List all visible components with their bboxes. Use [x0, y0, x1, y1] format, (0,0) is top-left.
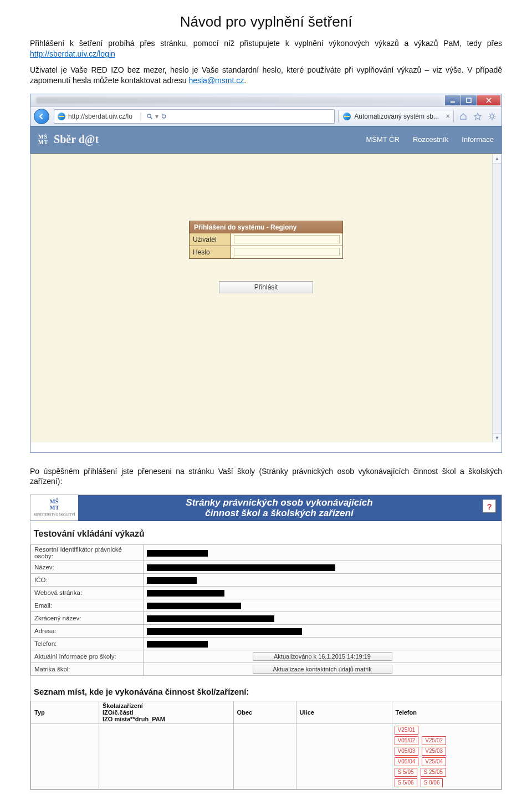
label-email: Email:: [31, 599, 144, 612]
svg-rect-1: [467, 98, 471, 103]
table-row: Název:: [31, 561, 502, 574]
toolbar-icons: [459, 113, 496, 120]
value-email: [144, 599, 502, 612]
label-matrika: Matrika škol:: [31, 663, 144, 676]
value-nazev: [144, 561, 502, 574]
tag-link[interactable]: V05/02: [395, 736, 419, 745]
header-line-1: Stránky právnických osob vykonávajících: [186, 497, 372, 508]
browser-window: http://sberdat.uiv.cz/lo │ ▾ Automatizov…: [30, 94, 502, 453]
search-separator: ▾: [155, 113, 158, 120]
table-row: Telefon:: [31, 638, 502, 650]
app-nav: MŠMT ČR Rozcestník Informace: [366, 135, 494, 144]
tag-link[interactable]: S 8/06: [421, 778, 443, 787]
table-row: Aktuální informace pro školy:Aktualizová…: [31, 650, 502, 663]
value-adresa: [144, 625, 502, 638]
label-adresa: Adresa:: [31, 625, 144, 638]
th-telefon: Telefon: [392, 701, 501, 724]
update-button-1[interactable]: Aktualizováno k 16.1.2015 14:19:19: [253, 652, 392, 661]
section-title: Testování vkládání výkazů: [34, 529, 502, 539]
tag-link[interactable]: S 25/05: [421, 768, 446, 777]
separator: │: [139, 113, 144, 120]
value-ico: [144, 574, 502, 587]
refresh-icon[interactable]: [161, 113, 167, 120]
logo-subtitle: MINISTERSTVO ŠKOLSTVÍ: [34, 512, 75, 517]
pass-label: Heslo: [190, 246, 231, 258]
scroll-up-icon[interactable]: ▲: [493, 154, 502, 164]
svg-rect-0: [451, 101, 455, 103]
th-izo: Škola/zařízení IZO/č.části IZO místa**dr…: [99, 701, 234, 724]
cell-ulice: [296, 724, 392, 789]
help-button[interactable]: ?: [483, 500, 496, 513]
value-zkraceny: [144, 612, 502, 625]
tab-bar: Automatizovaný systém sb... ✕: [338, 110, 454, 123]
window-titlebar: [30, 94, 502, 106]
minimize-button[interactable]: [445, 95, 461, 105]
window-controls: [444, 95, 500, 105]
tag-link[interactable]: V25/02: [422, 736, 446, 745]
intro-text-1: Přihlášení k šetření probíhá přes stránk…: [30, 39, 502, 48]
intro-paragraph-2: Uživatel je Vaše RED IZO bez mezer, hesl…: [30, 65, 502, 86]
value-web: [144, 587, 502, 599]
browser-tab[interactable]: Automatizovaný systém sb... ✕: [338, 110, 454, 123]
scrollbar[interactable]: ▲ ▼: [492, 154, 502, 442]
label-nazev: Název:: [31, 561, 144, 574]
tab-close-icon[interactable]: ✕: [446, 113, 450, 119]
login-button[interactable]: Přihlásit: [219, 281, 313, 293]
login-title: Přihlášení do systému - Regiony: [189, 221, 343, 233]
favorites-icon[interactable]: [474, 113, 482, 120]
table-row: Zkrácený název:: [31, 612, 502, 625]
maximize-button[interactable]: [461, 95, 477, 105]
svg-line-5: [151, 117, 152, 119]
app-body: ▲ ▼ Přihlášení do systému - Regiony Uživ…: [30, 154, 502, 442]
search-icon[interactable]: [146, 113, 153, 120]
nav-rozcestnik[interactable]: Rozcestník: [413, 135, 448, 144]
contact-email-link[interactable]: hesla@msmt.cz: [188, 76, 244, 85]
scroll-down-icon[interactable]: ▼: [493, 433, 502, 442]
nav-msmt[interactable]: MŠMT ČR: [366, 135, 399, 144]
tab-favicon: [343, 113, 351, 120]
ie-icon: [58, 113, 65, 120]
back-button[interactable]: [34, 109, 49, 124]
subsection-title: Seznam míst, kde je vykonávána činnost š…: [34, 687, 502, 696]
pass-input[interactable]: [234, 248, 340, 256]
login-row-user: Uživatel: [189, 233, 343, 246]
cell-izo: [99, 724, 234, 789]
tag-link[interactable]: S 5/06: [395, 778, 417, 787]
th-typ: Typ: [31, 701, 99, 724]
label-telefon: Telefon:: [31, 638, 144, 650]
nav-informace[interactable]: Informace: [462, 135, 494, 144]
tag-link[interactable]: S 5/05: [395, 768, 417, 777]
tag-link[interactable]: V25/04: [422, 757, 446, 766]
user-input[interactable]: [234, 235, 340, 243]
th-ulice: Ulice: [296, 701, 392, 724]
svg-point-4: [147, 114, 151, 117]
svg-line-14: [489, 118, 490, 119]
url-text: http://sberdat.uiv.cz/lo: [68, 113, 132, 120]
update-button-2[interactable]: Aktualizace kontaktních údajů matrik: [253, 665, 392, 674]
label-web: Webová stránka:: [31, 587, 144, 599]
login-row-pass: Heslo: [189, 246, 343, 259]
schools-table: Typ Škola/zařízení IZO/č.části IZO místa…: [30, 701, 502, 789]
gear-icon[interactable]: [488, 113, 496, 120]
msmt-logo: MŠMT MINISTERSTVO ŠKOLSTVÍ: [30, 495, 78, 521]
intro-paragraph-3: Po úspěšném přihlášení jste přeneseni na…: [30, 466, 502, 487]
app-logo: MŠMT: [38, 134, 48, 145]
th-obec: Obec: [233, 701, 296, 724]
table-row: Webová stránka:: [31, 587, 502, 599]
user-label: Uživatel: [190, 233, 231, 246]
tag-link[interactable]: V05/03: [395, 747, 419, 756]
table-row: IČO:: [31, 574, 502, 587]
close-button[interactable]: [477, 95, 500, 105]
tag-link[interactable]: V25/01: [395, 726, 419, 735]
page-title: Návod pro vyplnění šetření: [30, 13, 502, 30]
svg-line-11: [489, 114, 490, 114]
table-row: V25/01 V05/02V25/02 V05/03V25/03 V05/04V…: [31, 724, 502, 789]
tag-link[interactable]: V25/03: [422, 747, 446, 756]
svg-line-12: [494, 118, 494, 119]
school-header-title: Stránky právnických osob vykonávajících …: [78, 495, 480, 521]
home-icon[interactable]: [459, 113, 467, 120]
address-bar[interactable]: http://sberdat.uiv.cz/lo │ ▾: [54, 109, 335, 124]
tag-link[interactable]: V05/04: [395, 757, 419, 766]
search-controls: │ ▾: [136, 113, 168, 120]
login-url-link[interactable]: http://sberdat.uiv.cz/login: [30, 49, 115, 58]
